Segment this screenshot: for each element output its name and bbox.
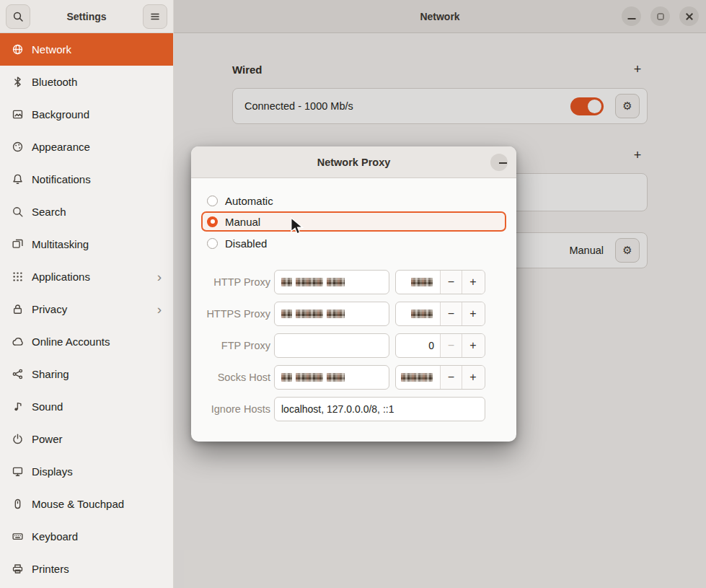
sidebar-item-label: Bluetooth bbox=[32, 76, 77, 88]
dialog-headerbar: Network Proxy bbox=[191, 146, 516, 178]
wired-toggle[interactable] bbox=[570, 97, 604, 115]
share-icon bbox=[12, 368, 24, 380]
sidebar-item-label: Mouse & Touchpad bbox=[32, 498, 124, 510]
multitasking-icon bbox=[12, 238, 24, 250]
search-button[interactable] bbox=[6, 4, 30, 29]
proxy-mode-value: Manual bbox=[569, 245, 604, 256]
https-proxy-label: HTTPS Proxy bbox=[203, 308, 274, 320]
close-icon bbox=[490, 154, 508, 171]
http-proxy-row: HTTP Proxy − + bbox=[203, 270, 495, 294]
printer-icon bbox=[12, 563, 24, 575]
ignore-hosts-input[interactable]: localhost, 127.0.0.0/8, ::1 bbox=[274, 397, 485, 421]
mouse-cursor bbox=[290, 217, 305, 234]
proxy-settings-button[interactable]: ⚙ bbox=[615, 238, 640, 263]
page-title: Network bbox=[420, 11, 459, 22]
mouse-icon bbox=[12, 498, 24, 510]
app-grid-icon bbox=[12, 271, 24, 283]
sidebar-item-applications[interactable]: Applications › bbox=[0, 260, 173, 293]
monitor-icon bbox=[12, 465, 24, 478]
sidebar-item-label: Sound bbox=[32, 400, 63, 413]
redacted-value bbox=[401, 373, 433, 382]
wired-settings-button[interactable]: ⚙ bbox=[615, 94, 640, 118]
sidebar-item-printers[interactable]: Printers bbox=[0, 553, 173, 585]
sidebar-item-network[interactable]: Network bbox=[0, 33, 173, 66]
sidebar-item-label: Keyboard bbox=[32, 530, 78, 543]
search-icon bbox=[12, 11, 24, 22]
redacted-value bbox=[411, 310, 433, 318]
sidebar-item-displays[interactable]: Displays bbox=[0, 455, 173, 488]
sidebar-item-sound[interactable]: Sound bbox=[0, 390, 173, 423]
chevron-right-icon: › bbox=[157, 270, 162, 284]
sidebar-item-privacy[interactable]: Privacy › bbox=[0, 293, 173, 325]
sidebar-item-sharing[interactable]: Sharing bbox=[0, 358, 173, 390]
background-icon bbox=[12, 108, 24, 120]
radio-unselected-icon bbox=[207, 196, 218, 206]
sidebar-item-label: Power bbox=[32, 433, 63, 445]
keyboard-icon bbox=[12, 530, 24, 543]
redacted-value bbox=[281, 310, 345, 318]
sidebar-item-search[interactable]: Search bbox=[0, 196, 173, 228]
socks-host-label: Socks Host bbox=[203, 372, 274, 383]
ignore-hosts-value: localhost, 127.0.0.0/8, ::1 bbox=[281, 403, 394, 415]
ftp-proxy-row: FTP Proxy 0 − + bbox=[203, 333, 495, 358]
option-label: Disabled bbox=[225, 237, 267, 250]
socks-host-input[interactable] bbox=[274, 365, 389, 390]
increment-button[interactable]: + bbox=[462, 302, 484, 325]
radio-selected-icon bbox=[207, 216, 218, 227]
increment-button[interactable]: + bbox=[462, 334, 484, 357]
radio-unselected-icon bbox=[207, 238, 218, 249]
network-proxy-dialog: Network Proxy Automatic Manual Disabled … bbox=[191, 146, 516, 442]
http-proxy-input[interactable] bbox=[274, 270, 389, 294]
decrement-button[interactable]: − bbox=[441, 366, 462, 389]
ftp-port-value[interactable]: 0 bbox=[396, 334, 441, 357]
https-port-value[interactable] bbox=[396, 302, 441, 325]
sidebar-item-appearance[interactable]: Appearance bbox=[0, 131, 173, 163]
proxy-option-disabled[interactable]: Disabled bbox=[207, 234, 500, 253]
redacted-value bbox=[411, 278, 433, 286]
ignore-hosts-row: Ignore Hosts localhost, 127.0.0.0/8, ::1 bbox=[203, 397, 495, 421]
toggle-knob bbox=[588, 100, 601, 113]
proxy-option-manual[interactable]: Manual bbox=[201, 211, 506, 232]
chevron-right-icon: › bbox=[157, 302, 162, 316]
add-wired-button[interactable]: + bbox=[627, 59, 648, 79]
https-port-spinner: − + bbox=[395, 302, 485, 326]
decrement-button[interactable]: − bbox=[441, 271, 462, 294]
sidebar-item-keyboard[interactable]: Keyboard bbox=[0, 520, 173, 553]
sidebar-item-label: Sharing bbox=[32, 368, 69, 380]
ftp-proxy-input[interactable] bbox=[274, 333, 389, 358]
increment-button[interactable]: + bbox=[462, 366, 484, 389]
sidebar-item-multitasking[interactable]: Multitasking bbox=[0, 228, 173, 260]
http-proxy-label: HTTP Proxy bbox=[203, 276, 274, 288]
sidebar-item-online-accounts[interactable]: Online Accounts bbox=[0, 325, 173, 358]
decrement-button[interactable]: − bbox=[441, 334, 462, 357]
ftp-port-spinner: 0 − + bbox=[395, 333, 485, 358]
maximize-icon bbox=[657, 13, 663, 19]
hamburger-icon bbox=[149, 11, 161, 22]
http-port-value[interactable] bbox=[396, 271, 441, 294]
http-port-spinner: − + bbox=[395, 270, 485, 294]
sidebar-item-bluetooth[interactable]: Bluetooth bbox=[0, 66, 173, 98]
sidebar-item-label: Appearance bbox=[32, 141, 90, 153]
increment-button[interactable]: + bbox=[462, 271, 484, 294]
sidebar-item-label: Online Accounts bbox=[32, 335, 110, 348]
proxy-option-automatic[interactable]: Automatic bbox=[207, 191, 500, 210]
sidebar-item-notifications[interactable]: Notifications bbox=[0, 163, 173, 196]
sidebar-item-label: Search bbox=[32, 206, 66, 218]
wired-section-header: Wired + bbox=[232, 59, 648, 79]
add-vpn-button[interactable]: + bbox=[627, 145, 648, 165]
https-proxy-input[interactable] bbox=[274, 302, 389, 326]
decrement-button[interactable]: − bbox=[441, 302, 462, 325]
dialog-close-button[interactable] bbox=[490, 154, 508, 171]
minimize-button[interactable] bbox=[622, 6, 641, 26]
appearance-icon bbox=[12, 141, 24, 153]
sidebar-item-label: Notifications bbox=[32, 173, 91, 185]
bell-icon bbox=[12, 173, 24, 185]
menu-button[interactable] bbox=[143, 4, 167, 29]
close-button[interactable] bbox=[679, 6, 699, 26]
maximize-button[interactable] bbox=[650, 6, 670, 26]
sidebar-item-background[interactable]: Background bbox=[0, 98, 173, 131]
socks-port-value[interactable] bbox=[396, 366, 441, 389]
sidebar-item-label: Applications bbox=[32, 271, 90, 283]
sidebar-item-mouse-touchpad[interactable]: Mouse & Touchpad bbox=[0, 488, 173, 520]
sidebar-item-power[interactable]: Power bbox=[0, 423, 173, 455]
